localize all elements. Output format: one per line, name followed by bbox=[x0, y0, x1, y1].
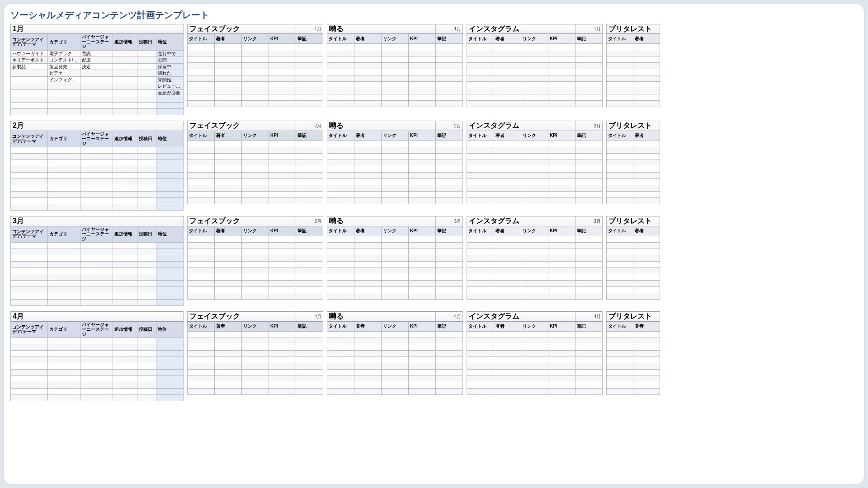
platform-cell[interactable] bbox=[494, 172, 521, 178]
platform-cell[interactable] bbox=[327, 236, 354, 242]
status-cell[interactable] bbox=[156, 363, 184, 370]
pinterest-cell[interactable] bbox=[607, 338, 633, 344]
platform-cell[interactable] bbox=[242, 191, 269, 197]
platform-cell[interactable] bbox=[521, 293, 548, 299]
plan-cell[interactable] bbox=[113, 376, 137, 382]
plan-cell[interactable] bbox=[11, 370, 48, 376]
plan-cell[interactable] bbox=[11, 243, 48, 249]
platform-cell[interactable] bbox=[576, 286, 603, 293]
plan-cell[interactable] bbox=[11, 357, 48, 363]
platform-cell[interactable] bbox=[548, 274, 576, 280]
platform-cell[interactable] bbox=[327, 382, 354, 388]
plan-cell[interactable] bbox=[11, 351, 48, 357]
status-cell[interactable] bbox=[156, 370, 184, 376]
plan-cell[interactable] bbox=[48, 154, 80, 160]
platform-cell[interactable] bbox=[494, 44, 521, 50]
platform-cell[interactable] bbox=[382, 280, 409, 286]
platform-cell[interactable] bbox=[467, 331, 494, 338]
platform-cell[interactable] bbox=[409, 75, 436, 82]
platform-cell[interactable] bbox=[521, 75, 548, 82]
platform-cell[interactable] bbox=[382, 56, 409, 63]
platform-cell[interactable] bbox=[494, 293, 521, 299]
platform-cell[interactable] bbox=[436, 160, 463, 166]
platform-cell[interactable] bbox=[382, 267, 409, 274]
platform-cell[interactable] bbox=[494, 147, 521, 153]
platform-cell[interactable] bbox=[354, 82, 382, 88]
platform-cell[interactable] bbox=[382, 172, 409, 178]
plan-cell[interactable] bbox=[80, 351, 113, 357]
platform-cell[interactable] bbox=[242, 185, 269, 191]
plan-cell[interactable] bbox=[11, 103, 48, 109]
platform-cell[interactable] bbox=[548, 141, 576, 147]
platform-cell[interactable] bbox=[188, 357, 215, 363]
platform-cell[interactable] bbox=[382, 293, 409, 299]
platform-cell[interactable] bbox=[269, 274, 296, 280]
platform-cell[interactable] bbox=[521, 350, 548, 357]
platform-cell[interactable] bbox=[548, 94, 576, 101]
platform-cell[interactable] bbox=[269, 280, 296, 286]
platform-cell[interactable] bbox=[521, 267, 548, 274]
platform-cell[interactable] bbox=[296, 172, 323, 178]
platform-cell[interactable] bbox=[188, 50, 215, 56]
platform-cell[interactable] bbox=[409, 363, 436, 369]
platform-cell[interactable] bbox=[436, 191, 463, 197]
platform-cell[interactable] bbox=[521, 69, 548, 75]
platform-cell[interactable] bbox=[576, 388, 603, 394]
plan-cell[interactable] bbox=[137, 382, 156, 389]
platform-cell[interactable] bbox=[354, 236, 382, 242]
platform-cell[interactable] bbox=[521, 286, 548, 293]
platform-cell[interactable] bbox=[521, 375, 548, 382]
platform-cell[interactable] bbox=[354, 369, 382, 375]
platform-cell[interactable] bbox=[576, 242, 603, 249]
plan-cell[interactable] bbox=[11, 268, 48, 274]
status-cell[interactable]: 保留中 bbox=[156, 63, 184, 70]
pinterest-cell[interactable] bbox=[633, 375, 660, 382]
platform-cell[interactable] bbox=[436, 178, 463, 185]
platform-cell[interactable] bbox=[548, 147, 576, 153]
status-cell[interactable] bbox=[156, 204, 184, 211]
platform-cell[interactable] bbox=[296, 255, 323, 261]
plan-cell[interactable] bbox=[48, 389, 80, 395]
platform-cell[interactable] bbox=[327, 363, 354, 369]
platform-cell[interactable] bbox=[296, 63, 323, 69]
status-cell[interactable] bbox=[156, 338, 184, 344]
platform-cell[interactable] bbox=[242, 249, 269, 255]
platform-cell[interactable] bbox=[521, 82, 548, 88]
pinterest-cell[interactable] bbox=[633, 274, 660, 280]
platform-cell[interactable] bbox=[467, 249, 494, 255]
platform-cell[interactable] bbox=[242, 88, 269, 94]
platform-cell[interactable] bbox=[354, 274, 382, 280]
plan-cell[interactable] bbox=[11, 363, 48, 370]
platform-cell[interactable] bbox=[269, 69, 296, 75]
platform-cell[interactable] bbox=[354, 197, 382, 204]
platform-cell[interactable] bbox=[188, 382, 215, 388]
platform-cell[interactable] bbox=[494, 249, 521, 255]
platform-cell[interactable] bbox=[467, 153, 494, 160]
platform-cell[interactable] bbox=[242, 293, 269, 299]
platform-cell[interactable] bbox=[242, 388, 269, 394]
platform-cell[interactable] bbox=[436, 267, 463, 274]
plan-cell[interactable] bbox=[137, 89, 156, 96]
platform-cell[interactable] bbox=[327, 44, 354, 50]
platform-cell[interactable] bbox=[467, 63, 494, 69]
platform-cell[interactable] bbox=[548, 286, 576, 293]
platform-cell[interactable] bbox=[354, 50, 382, 56]
platform-cell[interactable] bbox=[576, 172, 603, 178]
platform-cell[interactable] bbox=[409, 255, 436, 261]
platform-cell[interactable] bbox=[382, 375, 409, 382]
platform-cell[interactable] bbox=[296, 69, 323, 75]
platform-cell[interactable] bbox=[494, 331, 521, 338]
status-cell[interactable] bbox=[156, 160, 184, 166]
platform-cell[interactable] bbox=[327, 63, 354, 69]
platform-cell[interactable] bbox=[494, 160, 521, 166]
pinterest-cell[interactable] bbox=[633, 147, 660, 153]
platform-cell[interactable] bbox=[436, 357, 463, 363]
plan-cell[interactable] bbox=[137, 173, 156, 179]
platform-cell[interactable] bbox=[548, 172, 576, 178]
plan-cell[interactable] bbox=[113, 363, 137, 370]
plan-cell[interactable] bbox=[113, 109, 137, 115]
platform-cell[interactable] bbox=[188, 369, 215, 375]
pinterest-cell[interactable] bbox=[607, 267, 633, 274]
plan-cell[interactable] bbox=[113, 293, 137, 300]
pinterest-cell[interactable] bbox=[633, 166, 660, 172]
